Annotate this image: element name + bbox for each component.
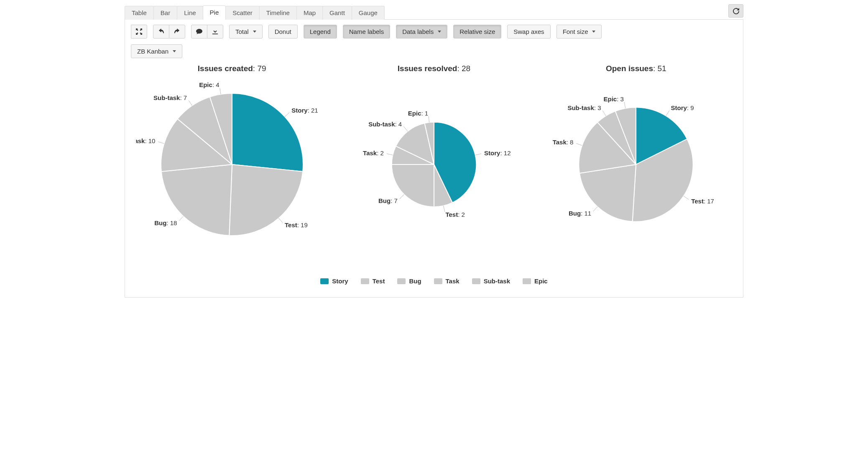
slice-label: Bug: 11 (569, 210, 591, 217)
slice-label: Task: 10 (136, 137, 155, 144)
pie-slice-bug[interactable] (392, 164, 434, 207)
chart-title: Open issues: 51 (540, 64, 732, 73)
caret-down-icon (592, 31, 595, 33)
chart-toolbar-secondary: ZB Kanban (131, 44, 737, 58)
slice-label: Task: 2 (363, 149, 384, 157)
slice-label: Task: 8 (553, 139, 574, 146)
comment-icon (196, 28, 202, 35)
legend-swatch (361, 278, 369, 284)
reload-button[interactable] (728, 4, 743, 18)
leader-line (666, 110, 669, 116)
slice-label: Epic: 1 (408, 110, 428, 117)
undo-icon (158, 28, 164, 35)
leader-line (179, 216, 183, 221)
data-labels-button-label: Data labels (402, 28, 434, 35)
slice-label: Story: 21 (291, 107, 318, 114)
legend-swatch (434, 278, 442, 284)
pie-slice-story[interactable] (232, 93, 303, 172)
name-labels-button-label: Name labels (349, 28, 384, 35)
leader-line (220, 88, 220, 94)
relative-size-button-label: Relative size (460, 28, 495, 35)
button-group (191, 25, 223, 39)
legend-swatch (472, 278, 480, 284)
relative-size-button[interactable]: Relative size (453, 25, 501, 39)
slice-label: Bug: 7 (378, 197, 398, 204)
slice-label: Sub-task: 3 (568, 104, 601, 111)
download-button[interactable] (207, 25, 223, 39)
tab-scatter[interactable]: Scatter (225, 6, 260, 20)
undo-button[interactable] (153, 25, 169, 39)
legend-label: Test (373, 277, 385, 285)
chart-title: Issues created: 79 (136, 64, 328, 73)
leader-line (285, 113, 289, 117)
pie-svg: Story: 21Test: 19Bug: 18Task: 10Sub-task… (136, 81, 328, 248)
project-selector[interactable]: ZB Kanban (131, 44, 182, 58)
legend-item-test[interactable]: Test (361, 277, 385, 285)
slice-label: Sub-task: 4 (368, 121, 402, 128)
slice-label: Test: 17 (692, 198, 715, 205)
chart-title-value: 51 (658, 64, 666, 73)
pie-chart-2: Open issues: 51Story: 9Test: 17Bug: 11Ta… (540, 64, 732, 248)
chart-title-value: 28 (462, 64, 470, 73)
legend-swatch (397, 278, 406, 284)
name-labels-button[interactable]: Name labels (343, 25, 390, 39)
pie-chart-0: Issues created: 79Story: 21Test: 19Bug: … (136, 64, 328, 248)
leader-line (158, 142, 164, 144)
leader-line (576, 144, 582, 146)
legend-item-sub-task[interactable]: Sub-task (472, 277, 510, 285)
leader-line (189, 100, 192, 105)
leader-line (444, 206, 445, 212)
data-labels-button[interactable]: Data labels (396, 25, 447, 39)
leader-line (684, 196, 689, 199)
legend-button[interactable]: Legend (304, 25, 337, 39)
caret-down-icon (438, 31, 441, 33)
slice-label: Story: 9 (671, 104, 694, 111)
font-size-button-label: Font size (563, 28, 588, 35)
tab-timeline[interactable]: Timeline (259, 6, 297, 20)
tab-pie[interactable]: Pie (203, 5, 226, 20)
slice-label: Sub-task: 7 (153, 94, 187, 101)
charts-row: Issues created: 79Story: 21Test: 19Bug: … (131, 64, 737, 248)
tab-map[interactable]: Map (296, 6, 323, 20)
leader-line (475, 154, 482, 155)
legend-item-bug[interactable]: Bug (397, 277, 421, 285)
redo-button[interactable] (169, 25, 185, 39)
total-button[interactable]: Total (229, 25, 263, 39)
caret-down-icon (253, 31, 256, 33)
expand-button[interactable] (131, 25, 147, 39)
legend-swatch (523, 278, 531, 284)
tab-bar[interactable]: Bar (153, 6, 177, 20)
slice-label: Epic: 4 (199, 81, 219, 88)
download-icon (212, 28, 218, 35)
legend-label: Task (446, 277, 460, 285)
chart-legend: StoryTestBugTaskSub-taskEpic (131, 277, 737, 285)
swap-axes-button[interactable]: Swap axes (507, 25, 550, 39)
slice-label: Story: 12 (484, 149, 511, 157)
button-group (131, 25, 147, 39)
font-size-button[interactable]: Font size (557, 25, 602, 39)
swap-axes-button-label: Swap axes (513, 28, 544, 35)
tab-table[interactable]: Table (125, 6, 154, 20)
tab-gantt[interactable]: Gantt (322, 6, 352, 20)
total-button-label: Total (235, 28, 249, 35)
annotate-button[interactable] (191, 25, 207, 39)
donut-button[interactable]: Donut (268, 25, 298, 39)
slice-label: Test: 2 (445, 211, 465, 218)
leader-line (429, 116, 429, 123)
legend-item-epic[interactable]: Epic (523, 277, 548, 285)
donut-button-label: Donut (275, 28, 291, 35)
leader-line (603, 110, 606, 116)
legend-button-label: Legend (310, 28, 331, 35)
tab-line[interactable]: Line (177, 6, 203, 20)
legend-item-story[interactable]: Story (320, 277, 348, 285)
leader-line (278, 218, 283, 223)
chart-title-name: Issues created (198, 64, 253, 73)
project-selector-label: ZB Kanban (137, 48, 168, 54)
pie-svg: Story: 12Test: 2Bug: 7Task: 2Sub-task: 4… (338, 81, 530, 248)
reload-icon (733, 8, 739, 14)
legend-item-task[interactable]: Task (434, 277, 460, 285)
chart-toolbar: TotalDonutLegendName labelsData labelsRe… (131, 25, 737, 39)
tab-gauge[interactable]: Gauge (352, 6, 385, 20)
chart-title-name: Open issues (606, 64, 653, 73)
redo-icon (174, 28, 180, 35)
